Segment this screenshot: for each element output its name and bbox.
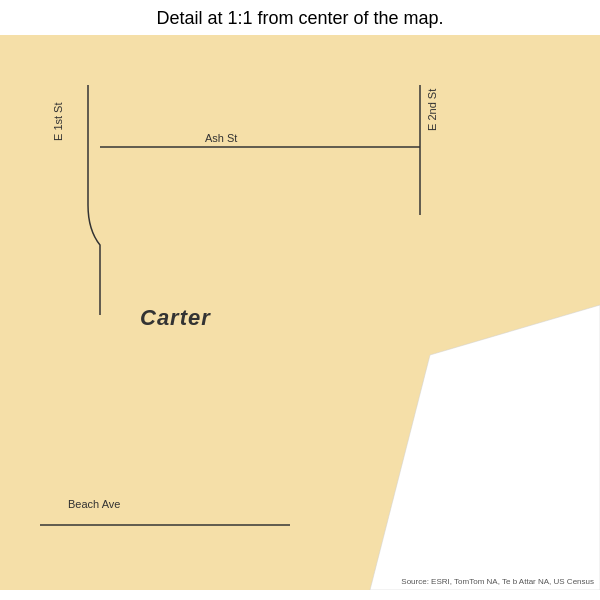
e-1st-st-label: E 1st St — [52, 102, 64, 141]
page-title: Detail at 1:1 from center of the map. — [0, 0, 600, 35]
source-label: Source: ESRI, TomTom NA, Te b Attar NA, … — [401, 577, 594, 586]
city-name-label: Carter — [140, 305, 211, 331]
svg-marker-0 — [370, 305, 600, 590]
e-2nd-st-label: E 2nd St — [426, 89, 438, 131]
ash-st-label: Ash St — [205, 132, 237, 144]
beach-ave-label: Beach Ave — [68, 498, 120, 510]
map-container: Ash St E 1st St E 2nd St Beach Ave Carte… — [0, 35, 600, 590]
